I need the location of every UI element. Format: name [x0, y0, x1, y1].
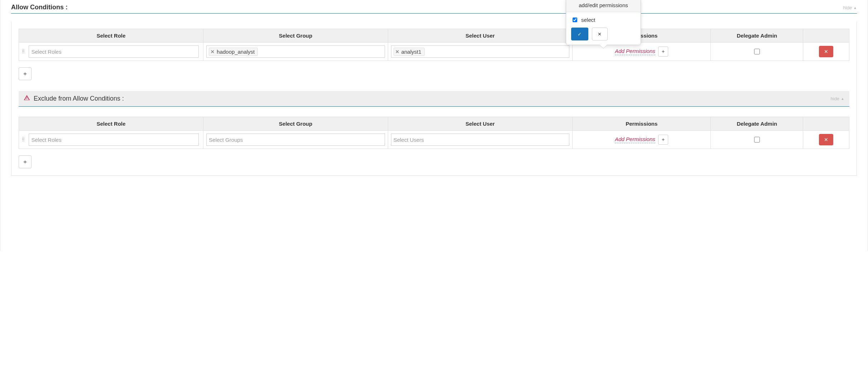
- close-icon: ✕: [824, 137, 828, 143]
- popover-title: add/edit permissions: [566, 0, 641, 12]
- chip-remove-icon[interactable]: ✕: [211, 49, 214, 54]
- allow-panel: Select Role Select Group Select User Per…: [11, 21, 857, 176]
- hide-label: hide: [843, 5, 852, 10]
- exclude-table-row: ⠿⠿ Select Roles Select Groups Select Use…: [19, 131, 849, 149]
- user-input[interactable]: Select Users: [391, 134, 569, 146]
- group-input[interactable]: Select Groups: [206, 134, 385, 146]
- delegate-admin-checkbox[interactable]: [754, 137, 760, 143]
- close-icon: ✕: [598, 32, 602, 37]
- popover-checkbox-select[interactable]: [573, 18, 577, 22]
- caret-up-icon: ▲: [853, 6, 857, 10]
- plus-icon: ＋: [661, 136, 666, 143]
- close-icon: ✕: [824, 49, 828, 54]
- caret-up-icon: ▲: [841, 97, 844, 101]
- add-allow-row-button[interactable]: ＋: [19, 67, 32, 80]
- th-remove: [803, 117, 849, 131]
- delegate-admin-checkbox[interactable]: [754, 49, 760, 54]
- popover-confirm-button[interactable]: ✓: [571, 28, 588, 40]
- popover-option-label: select: [581, 17, 595, 23]
- plus-icon: ＋: [22, 70, 28, 78]
- user-chip: ✕ analyst1: [394, 48, 425, 56]
- plus-icon: ＋: [22, 158, 28, 166]
- th-delegate: Delegate Admin: [711, 29, 803, 43]
- th-user: Select User: [388, 117, 572, 131]
- warning-icon: [24, 95, 30, 103]
- th-group: Select Group: [203, 117, 388, 131]
- allow-conditions-title: Allow Conditions :: [11, 4, 68, 11]
- users-placeholder: Select Users: [394, 137, 424, 143]
- add-permission-plus-button[interactable]: ＋: [658, 47, 668, 57]
- role-input[interactable]: Select Roles: [29, 45, 198, 58]
- add-permissions-link[interactable]: Add Permissions: [615, 48, 655, 55]
- exclude-title: Exclude from Allow Conditions :: [34, 95, 124, 102]
- user-input[interactable]: ✕ analyst1: [391, 45, 569, 58]
- groups-placeholder: Select Groups: [209, 137, 243, 143]
- chip-group-label: hadoop_analyst: [217, 49, 255, 55]
- delete-row-button[interactable]: ✕: [819, 134, 833, 145]
- check-icon: ✓: [578, 32, 582, 37]
- allow-table: Select Role Select Group Select User Per…: [19, 29, 849, 61]
- add-exclude-row-button[interactable]: ＋: [19, 155, 32, 168]
- drag-handle-icon[interactable]: ⠿⠿: [22, 138, 25, 141]
- popover-cancel-button[interactable]: ✕: [592, 28, 608, 40]
- th-remove: [803, 29, 849, 43]
- hide-label: hide: [831, 96, 840, 101]
- th-delegate: Delegate Admin: [711, 117, 803, 131]
- th-role: Select Role: [19, 117, 203, 131]
- chip-user-label: analyst1: [401, 49, 421, 55]
- th-group: Select Group: [203, 29, 388, 43]
- delete-row-button[interactable]: ✕: [819, 46, 833, 57]
- add-permissions-link[interactable]: Add Permissions: [615, 136, 655, 143]
- popover-option-select[interactable]: select: [571, 16, 636, 23]
- roles-placeholder: Select Roles: [31, 137, 61, 143]
- allow-table-row: ⠿⠿ Select Roles ✕ hadoop_analyst: [19, 43, 849, 61]
- role-input[interactable]: Select Roles: [29, 134, 198, 146]
- th-role: Select Role: [19, 29, 203, 43]
- th-user: Select User: [388, 29, 572, 43]
- drag-handle-icon[interactable]: ⠿⠿: [22, 50, 25, 53]
- allow-hide-toggle[interactable]: hide ▲: [843, 5, 857, 10]
- chip-remove-icon[interactable]: ✕: [395, 49, 399, 54]
- permissions-popover: add/edit permissions select ✓: [566, 0, 641, 45]
- group-chip: ✕ hadoop_analyst: [209, 48, 258, 56]
- plus-icon: ＋: [661, 48, 666, 55]
- exclude-hide-toggle[interactable]: hide ▲: [831, 96, 844, 101]
- exclude-table: Select Role Select Group Select User Per…: [19, 117, 849, 149]
- roles-placeholder: Select Roles: [31, 49, 61, 55]
- popover-arrow: [600, 45, 607, 48]
- th-permissions: Permissions: [572, 117, 711, 131]
- add-permission-plus-button[interactable]: ＋: [658, 135, 668, 145]
- group-input[interactable]: ✕ hadoop_analyst: [206, 45, 385, 58]
